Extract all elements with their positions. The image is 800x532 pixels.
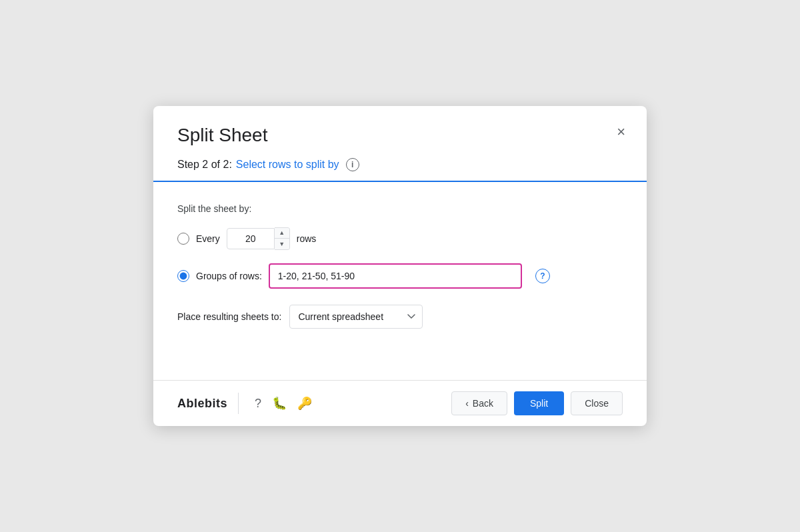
groups-help-icon[interactable]: ?	[535, 269, 550, 283]
place-row: Place resulting sheets to: Current sprea…	[177, 305, 623, 329]
every-rows-label: Every	[196, 233, 220, 244]
dialog-body: Split the sheet by: Every ▲ ▼ rows Group…	[153, 182, 647, 380]
groups-radio[interactable]	[177, 270, 189, 282]
dialog-title: Split Sheet	[177, 125, 623, 146]
dialog-footer: Ablebits ? 🐛 🔑 ‹ Back Split Close	[153, 380, 647, 426]
groups-option-row: Groups of rows: ?	[177, 263, 623, 289]
split-button[interactable]: Split	[514, 391, 564, 415]
every-rows-option-row: Every ▲ ▼ rows	[177, 227, 623, 250]
every-rows-radio[interactable]	[177, 233, 189, 245]
help-button[interactable]: ?	[249, 394, 267, 413]
back-button[interactable]: ‹ Back	[451, 391, 507, 415]
groups-rows-input[interactable]	[269, 263, 522, 289]
account-info-button[interactable]: 🔑	[292, 393, 317, 413]
split-sheet-dialog: Split Sheet × Step 2 of 2: Select rows t…	[153, 106, 647, 426]
step-bar: Step 2 of 2: Select rows to split by i	[153, 158, 647, 182]
footer-actions: ‹ Back Split Close	[451, 391, 623, 415]
every-rows-input[interactable]	[227, 228, 275, 249]
question-icon: ?	[255, 397, 261, 411]
step-label: Step 2 of 2:	[177, 159, 232, 171]
back-label: Back	[473, 398, 493, 409]
dialog-header: Split Sheet ×	[153, 106, 647, 158]
rows-suffix-label: rows	[297, 233, 317, 244]
bug-report-button[interactable]: 🐛	[267, 393, 292, 413]
every-rows-spinner: ▲ ▼	[227, 227, 290, 250]
step-info-icon[interactable]: i	[346, 158, 359, 171]
brand-logo: Ablebits	[177, 397, 227, 411]
groups-label: Groups of rows:	[196, 271, 262, 281]
footer-divider	[238, 393, 239, 414]
account-key-icon: 🔑	[297, 396, 312, 411]
place-label: Place resulting sheets to:	[177, 311, 281, 322]
back-arrow-icon: ‹	[465, 398, 469, 409]
spinner-buttons: ▲ ▼	[275, 227, 290, 250]
bug-icon: 🐛	[272, 396, 287, 411]
dialog-close-button[interactable]: ×	[614, 122, 628, 142]
close-button[interactable]: Close	[571, 391, 623, 415]
spinner-up-button[interactable]: ▲	[275, 228, 289, 239]
spinner-down-button[interactable]: ▼	[275, 239, 289, 249]
split-by-label: Split the sheet by:	[177, 203, 623, 214]
groups-input-wrapper	[269, 263, 522, 289]
step-title: Select rows to split by	[236, 159, 339, 171]
place-select[interactable]: Current spreadsheet New spreadsheet	[289, 305, 423, 329]
